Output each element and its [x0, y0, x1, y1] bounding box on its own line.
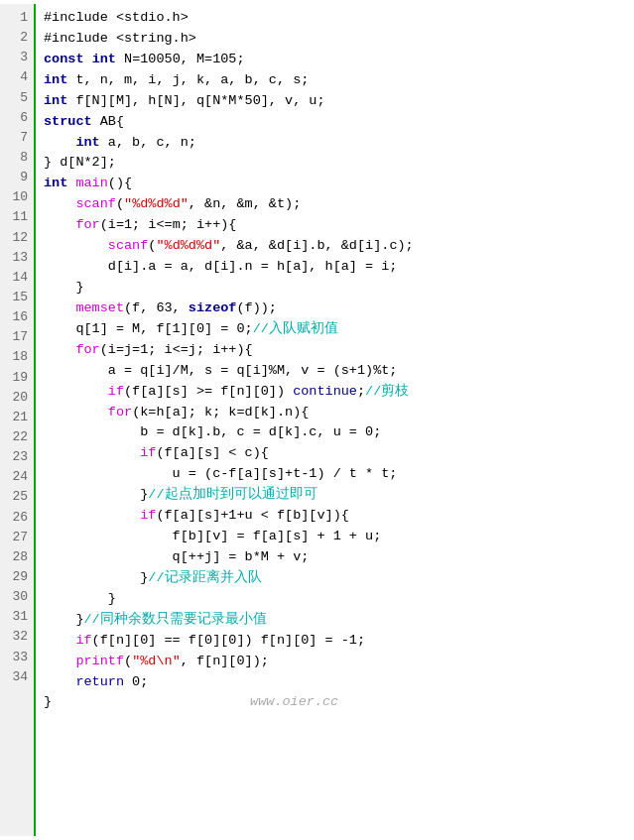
code-line-34: }www.oier.cc [44, 692, 626, 713]
code-line-14: } [44, 278, 626, 299]
line-number-8: 8 [0, 148, 34, 168]
code-line-13: d[i].a = a, d[i].n = h[a], h[a] = i; [44, 257, 626, 278]
code-line-26: f[b][v] = f[a][s] + 1 + u; [44, 527, 626, 547]
code-line-11: for(i=1; i<=m; i++){ [44, 215, 626, 236]
code-line-10: scanf("%d%d%d", &n, &m, &t); [44, 194, 626, 215]
line-number-30: 30 [0, 587, 34, 607]
code-line-32: printf("%d\n", f[n][0]); [44, 652, 626, 672]
line-number-9: 9 [0, 168, 34, 187]
code-line-28: }//记录距离并入队 [44, 568, 626, 589]
line-number-22: 22 [0, 427, 34, 447]
code-line-7: int a, b, c, n; [44, 133, 626, 154]
line-number-28: 28 [0, 547, 34, 567]
code-line-3: const int N=10050, M=105; [44, 50, 626, 70]
code-line-24: }//起点加时到可以通过即可 [44, 485, 626, 506]
code-line-5: int f[N][M], h[N], q[N*M*50], v, u; [44, 91, 626, 112]
line-number-21: 21 [0, 408, 34, 427]
line-number-32: 32 [0, 627, 34, 647]
line-number-23: 23 [0, 447, 34, 467]
code-line-8: } d[N*2]; [44, 153, 626, 174]
line-number-17: 17 [0, 327, 34, 347]
code-line-22: if(f[a][s] < c){ [44, 443, 626, 464]
line-number-18: 18 [0, 347, 34, 367]
code-line-19: if(f[a][s] >= f[n][0]) continue;//剪枝 [44, 382, 626, 403]
code-container: 1234567891011121314151617181920212223242… [0, 0, 634, 840]
line-number-12: 12 [0, 228, 34, 248]
code-line-31: if(f[n][0] == f[0][0]) f[n][0] = -1; [44, 631, 626, 652]
code-line-29: } [44, 589, 626, 610]
code-line-30: }//同种余数只需要记录最小值 [44, 610, 626, 631]
code-line-9: int main(){ [44, 174, 626, 194]
code-line-25: if(f[a][s]+1+u < f[b][v]){ [44, 506, 626, 527]
line-number-16: 16 [0, 307, 34, 327]
line-number-7: 7 [0, 128, 34, 148]
line-number-20: 20 [0, 388, 34, 408]
line-number-26: 26 [0, 508, 34, 528]
code-line-33: return 0; [44, 672, 626, 693]
line-number-29: 29 [0, 567, 34, 587]
code-line-20: for(k=h[a]; k; k=d[k].n){ [44, 403, 626, 423]
line-number-25: 25 [0, 487, 34, 507]
line-number-5: 5 [0, 88, 34, 108]
line-number-24: 24 [0, 467, 34, 487]
code-line-15: memset(f, 63, sizeof(f)); [44, 299, 626, 319]
line-number-6: 6 [0, 108, 34, 128]
code-line-2: #include <string.h> [44, 29, 626, 50]
line-number-1: 1 [0, 8, 34, 28]
line-numbers: 1234567891011121314151617181920212223242… [0, 4, 36, 836]
line-number-10: 10 [0, 187, 34, 207]
code-line-27: q[++j] = b*M + v; [44, 547, 626, 568]
code-line-21: b = d[k].b, c = d[k].c, u = 0; [44, 422, 626, 443]
line-number-27: 27 [0, 528, 34, 547]
line-number-4: 4 [0, 67, 34, 87]
line-number-19: 19 [0, 368, 34, 388]
code-lines: #include <stdio.h>#include <string.h>con… [36, 4, 634, 836]
line-number-34: 34 [0, 667, 34, 687]
code-line-23: u = (c-f[a][s]+t-1) / t * t; [44, 464, 626, 485]
line-number-13: 13 [0, 248, 34, 268]
code-line-1: #include <stdio.h> [44, 8, 626, 29]
code-line-17: for(i=j=1; i<=j; i++){ [44, 340, 626, 361]
code-line-16: q[1] = M, f[1][0] = 0;//入队赋初值 [44, 319, 626, 340]
line-number-15: 15 [0, 288, 34, 307]
code-line-4: int t, n, m, i, j, k, a, b, c, s; [44, 70, 626, 91]
line-number-3: 3 [0, 48, 34, 67]
code-line-12: scanf("%d%d%d", &a, &d[i].b, &d[i].c); [44, 236, 626, 257]
line-number-31: 31 [0, 607, 34, 627]
code-line-6: struct AB{ [44, 112, 626, 133]
code-line-18: a = q[i]/M, s = q[i]%M, v = (s+1)%t; [44, 361, 626, 382]
watermark: www.oier.cc [250, 694, 338, 709]
line-number-33: 33 [0, 648, 34, 667]
line-number-2: 2 [0, 28, 34, 48]
line-number-14: 14 [0, 268, 34, 288]
line-number-11: 11 [0, 207, 34, 227]
